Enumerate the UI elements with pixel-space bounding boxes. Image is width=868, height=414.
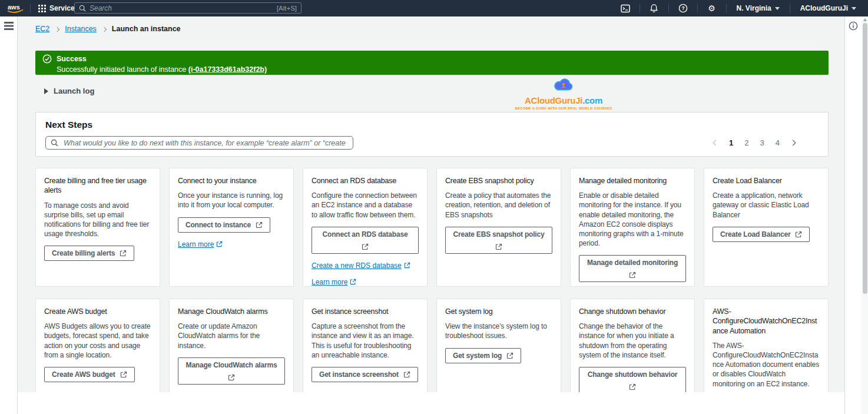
card-body: Once your instance is running, log into … (178, 191, 285, 210)
next-steps-search-box[interactable] (45, 136, 353, 150)
manage-detailed-monitoring-button[interactable]: Manage detailed monitoring (579, 255, 686, 282)
hamburger-menu-icon[interactable] (4, 22, 14, 24)
divider (668, 4, 669, 13)
create-aws-budget-button[interactable]: Create AWS budget (44, 367, 135, 382)
card-title: Create EBS snapshot policy (445, 176, 552, 186)
banner-message: Successfully initiated launch of instanc… (57, 65, 188, 74)
main-content: EC2 Instances Launch an instance Success… (18, 16, 844, 392)
next-steps-title: Next Steps (45, 120, 819, 130)
change-shutdown-behavior-button[interactable]: Change shutdown behavior (579, 367, 686, 392)
brand-suffix: .com (582, 95, 602, 105)
external-link-icon (120, 250, 127, 257)
connect-to-instance-button[interactable]: Connect to instance (178, 217, 270, 233)
get-system-log-button[interactable]: Get system log (445, 348, 521, 363)
connect-rds-database-button[interactable]: Connect an RDS database (312, 227, 419, 254)
svg-text:aws: aws (8, 4, 20, 11)
card-title: Create Load Balancer (713, 176, 820, 186)
notifications-button[interactable] (645, 0, 663, 16)
card-row-2: Create AWS budget AWS Budgets allows you… (35, 299, 829, 392)
next-steps-cards: Create billing and free tier usage alert… (35, 168, 829, 392)
svg-text:?: ? (681, 5, 684, 11)
help-button[interactable]: ? (674, 0, 692, 16)
divider (697, 4, 698, 13)
card-body: Create or update Amazon CloudWatch alarm… (178, 322, 285, 350)
pagination-next-icon[interactable] (790, 140, 796, 146)
card-connect-to-instance: Connect to your instance Once your insta… (169, 168, 294, 287)
right-rail (844, 16, 862, 414)
create-load-balancer-button[interactable]: Create Load Balancer (713, 227, 810, 242)
external-link-icon (506, 352, 513, 359)
check-circle-icon (42, 54, 52, 64)
account-menu[interactable]: ACloudGuruJi (796, 4, 861, 12)
breadcrumb-current: Launch an instance (112, 25, 181, 33)
card-create-aws-budget: Create AWS budget AWS Budgets allows you… (35, 299, 160, 392)
divider (790, 4, 790, 13)
pagination-page-2[interactable]: 2 (741, 138, 752, 147)
pagination-prev-icon[interactable] (713, 140, 719, 146)
search-icon (79, 5, 86, 12)
divider (30, 4, 31, 13)
card-body: View the instance's system log to troubl… (445, 322, 552, 340)
cloudshell-terminal-icon (621, 4, 630, 13)
caret-right-icon (44, 88, 48, 94)
card-title: Get instance screenshot (312, 307, 419, 316)
aws-logo-icon: aws (6, 2, 25, 14)
manage-cloudwatch-alarms-button[interactable]: Manage CloudWatch alarms (178, 357, 285, 385)
card-body: Create a policy that automates the creat… (445, 191, 552, 220)
get-instance-screenshot-button[interactable]: Get instance screenshot (312, 367, 418, 382)
card-connect-rds-database: Connect an RDS database Configure the co… (303, 168, 428, 287)
pagination-page-4[interactable]: 4 (772, 138, 783, 147)
card-manage-cloudwatch-alarms: Manage CloudWatch alarms Create or updat… (169, 299, 294, 392)
external-link-icon (216, 241, 223, 247)
breadcrumb-link-instances[interactable]: Instances (65, 25, 97, 33)
breadcrumb: EC2 Instances Launch an instance (35, 25, 181, 33)
pagination-page-3[interactable]: 3 (757, 138, 768, 147)
acloudguruji-logo: ACloudGuruJi.com BECOME A GURU WITH OUR … (499, 78, 628, 111)
card-create-billing-alerts: Create billing and free tier usage alert… (35, 168, 160, 287)
card-change-shutdown-behavior: Change shutdown behavior Change the beha… (570, 299, 695, 392)
top-navigation-bar: aws Services [Alt+S] (0, 0, 868, 16)
card-body: To manage costs and avoid surprise bills… (44, 201, 151, 239)
external-link-icon (362, 243, 369, 250)
info-panel-button[interactable] (849, 21, 858, 33)
vertical-scrollbar[interactable] (861, 16, 868, 414)
create-new-rds-database-link[interactable]: Create a new RDS database (312, 261, 410, 270)
chevron-down-icon (775, 7, 780, 10)
launch-log-label: Launch log (54, 87, 94, 95)
learn-more-link[interactable]: Learn more (178, 240, 223, 249)
create-billing-alerts-button[interactable]: Create billing alerts (44, 246, 134, 261)
left-rail (0, 16, 18, 414)
next-steps-search-input[interactable] (62, 138, 348, 148)
question-mark-icon: ? (678, 4, 688, 13)
learn-more-link[interactable]: Learn more (312, 278, 356, 286)
banner-title: Success (57, 55, 87, 63)
scroll-up-arrow[interactable] (863, 18, 867, 21)
search-shortcut-hint: [Alt+S] (277, 5, 297, 12)
bell-icon (650, 4, 658, 13)
create-ebs-snapshot-policy-button[interactable]: Create EBS snapshot policy (445, 227, 552, 254)
pagination: 1 2 3 4 (714, 138, 795, 147)
instance-id-link[interactable]: (i-0a17333d61ab32f2b) (188, 65, 267, 74)
breadcrumb-link-ec2[interactable]: EC2 (35, 25, 49, 33)
aws-logo[interactable]: aws (6, 2, 25, 14)
external-link-icon (256, 221, 263, 228)
global-search-input[interactable] (90, 4, 277, 12)
external-link-icon (404, 262, 410, 269)
launch-log-expander[interactable]: Launch log (44, 87, 94, 95)
pagination-page-1[interactable]: 1 (725, 138, 737, 147)
card-create-load-balancer: Create Load Balancer Create a applicatio… (704, 168, 829, 287)
external-link-icon (629, 383, 636, 390)
gear-icon: ⚙ (708, 4, 715, 12)
region-selector[interactable]: N. Virginia (732, 4, 784, 12)
scrollbar-thumb[interactable] (863, 23, 867, 294)
card-title: AWS-ConfigureCloudWatchOnEC2Instance Aut… (713, 307, 820, 336)
settings-button[interactable]: ⚙ (703, 0, 721, 16)
external-link-icon (228, 374, 235, 381)
cloudshell-button[interactable] (617, 0, 634, 16)
card-title: Create AWS budget (44, 307, 151, 316)
divider (726, 4, 727, 13)
card-row-1: Create billing and free tier usage alert… (35, 168, 829, 287)
region-label: N. Virginia (737, 4, 771, 12)
card-body: Change the behavior of the instance for … (579, 322, 686, 360)
global-search-box[interactable]: [Alt+S] (74, 2, 302, 14)
